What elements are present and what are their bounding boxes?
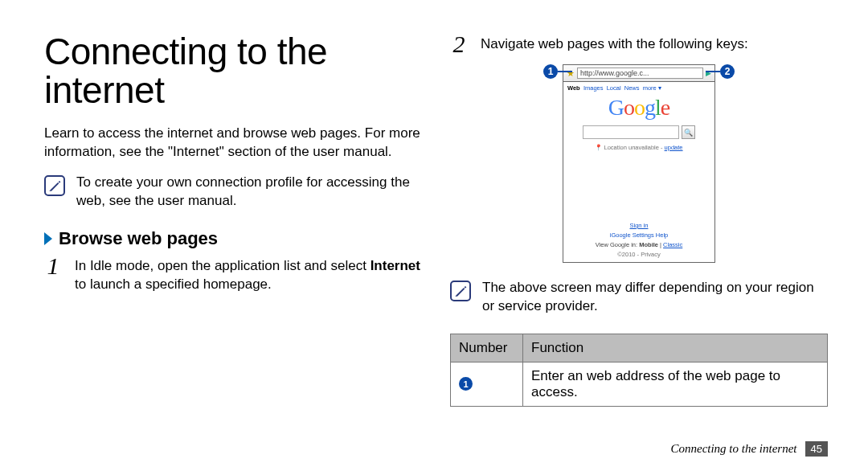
phone-screenshot: 1 2 ★ http://www.google.c... ▶	[563, 64, 715, 263]
table-func-cell: Enter an web address of the web page to …	[523, 362, 828, 406]
chevron-right-icon	[44, 232, 52, 245]
th-function: Function	[523, 334, 828, 362]
logo-e: e	[661, 95, 669, 120]
view-prefix: View Google in:	[596, 241, 639, 248]
section-heading-row: Browse web pages	[44, 228, 422, 249]
step-text-after: to launch a specified homepage.	[75, 276, 272, 292]
copyright-line: ©2010 - Privacy	[596, 250, 683, 260]
logo-o1: o	[624, 95, 634, 120]
callout-badge-1: 1	[543, 64, 558, 79]
table-header-row: Number Function	[451, 334, 828, 362]
note-icon	[450, 281, 471, 301]
browser-body: Web Images Local News more ▾ Google 🔍 📍 …	[563, 82, 715, 263]
note-text: To create your own connection profile fo…	[76, 174, 422, 211]
location-text: Location unavailable	[604, 144, 659, 151]
page-number: 45	[805, 441, 828, 457]
search-row: 🔍	[583, 125, 695, 139]
step-number: 1	[44, 254, 62, 278]
step-text-bold: Internet	[371, 258, 420, 273]
logo-o2: o	[634, 95, 645, 120]
section-heading: Browse web pages	[59, 228, 218, 249]
table-row: 1 Enter an web address of the web page t…	[451, 362, 828, 406]
location-update-link: update	[665, 144, 683, 151]
tab-local: Local	[607, 84, 621, 92]
tab-images: Images	[583, 84, 604, 92]
logo-g: G	[608, 95, 624, 120]
step-text-before: In Idle mode, open the application list …	[75, 258, 371, 273]
step-1: 1 In Idle mode, open the application lis…	[44, 254, 422, 294]
callout-2: 2	[706, 64, 735, 79]
footer-text: Connecting to the internet	[670, 442, 796, 456]
table-num-cell: 1	[451, 362, 523, 406]
view-mode-line: View Google in: Mobile | Classic	[596, 240, 683, 250]
note-block: To create your own connection profile fo…	[44, 174, 422, 211]
callout-line	[558, 71, 572, 72]
tab-web: Web	[567, 84, 580, 92]
bottom-links: Sign in iGoogle Settings Help View Googl…	[596, 221, 683, 262]
view-mobile: Mobile	[639, 241, 658, 248]
links-igoogle-settings-help: iGoogle Settings Help	[610, 231, 669, 239]
step-2: 2 Navigate web pages with the following …	[450, 32, 828, 56]
view-classic: Classic	[663, 241, 682, 248]
function-table: Number Function 1 Enter an web address o…	[450, 334, 828, 407]
location-line: 📍 Location unavailable - update	[595, 144, 682, 151]
th-number: Number	[451, 334, 523, 362]
search-magnifier-icon: 🔍	[682, 125, 695, 139]
logo-g2: g	[645, 95, 655, 120]
url-text: http://www.google.c...	[577, 68, 703, 79]
google-tabs: Web Images Local News more ▾	[563, 82, 665, 92]
right-column: 2 Navigate web pages with the following …	[450, 32, 828, 407]
signin-link: Sign in	[596, 221, 683, 231]
search-box	[583, 125, 679, 139]
note-text-2: The above screen may differ depending on…	[482, 279, 828, 316]
callout-badge-2: 2	[720, 64, 735, 79]
tab-news: News	[624, 84, 640, 92]
intro-paragraph: Learn to access the internet and browse …	[44, 125, 422, 162]
page-title: Connecting to the internet	[44, 32, 422, 110]
note-block-2: The above screen may differ depending on…	[450, 279, 828, 316]
page-footer: Connecting to the internet 45	[670, 441, 828, 457]
step-number: 2	[450, 32, 468, 56]
logo-l: l	[655, 95, 661, 120]
step-text: Navigate web pages with the following ke…	[481, 32, 748, 54]
callout-1: 1	[543, 64, 572, 79]
left-column: Connecting to the internet Learn to acce…	[44, 32, 422, 407]
callout-line	[706, 71, 720, 72]
google-logo: Google	[608, 95, 669, 121]
note-icon	[44, 175, 65, 196]
table-badge-1: 1	[459, 377, 473, 391]
screenshot-wrap: 1 2 ★ http://www.google.c... ▶	[450, 64, 828, 263]
step-text: In Idle mode, open the application list …	[75, 254, 422, 294]
tab-more: more ▾	[643, 84, 661, 92]
browser-url-bar: ★ http://www.google.c... ▶	[563, 64, 715, 82]
document-page: Connecting to the internet Learn to acce…	[0, 0, 868, 471]
